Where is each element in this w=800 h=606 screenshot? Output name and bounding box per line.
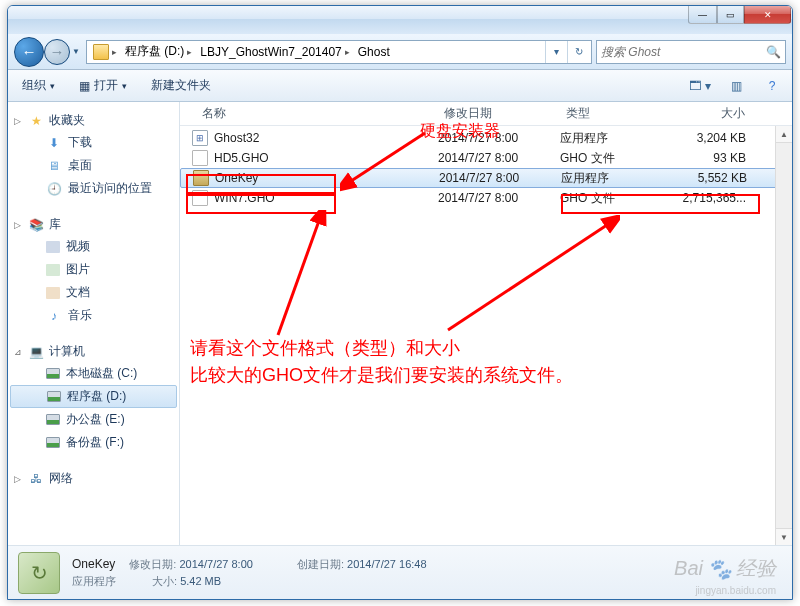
scroll-up-button[interactable]: ▲ — [776, 126, 792, 143]
search-box[interactable]: 🔍 — [596, 40, 786, 64]
nav-buttons: ← → ▼ — [14, 37, 82, 67]
scroll-down-button[interactable]: ▼ — [776, 528, 792, 545]
sidebar-computer[interactable]: ⊿💻计算机 — [8, 341, 179, 362]
titlebar: — ▭ ✕ — [8, 6, 792, 34]
music-icon: ♪ — [46, 308, 62, 324]
annotation-text-1: 请看这个文件格式（类型）和大小 — [190, 335, 460, 362]
sidebar: ▷★收藏夹 ⬇下载 🖥桌面 🕘最近访问的位置 ▷📚库 视频 图片 文档 ♪音乐 … — [8, 102, 180, 545]
column-type[interactable]: 类型 — [560, 105, 660, 122]
details-file-icon: ↻ — [18, 552, 60, 594]
video-icon — [46, 241, 60, 253]
sidebar-documents[interactable]: 文档 — [8, 281, 179, 304]
breadcrumb-dropdown[interactable]: ▾ — [545, 41, 567, 63]
sidebar-network[interactable]: ▷🖧网络 — [8, 468, 179, 489]
drive-icon — [93, 44, 109, 60]
toolbar: 组织 ▦ 打开 新建文件夹 🗔 ▾ ▥ ? — [8, 70, 792, 102]
document-icon — [46, 287, 60, 299]
open-menu[interactable]: ▦ 打开 — [73, 74, 133, 97]
library-icon: 📚 — [28, 217, 44, 233]
network-icon: 🖧 — [28, 471, 44, 487]
sidebar-recent[interactable]: 🕘最近访问的位置 — [8, 177, 179, 200]
details-name: OneKey — [72, 557, 115, 572]
minimize-button[interactable]: — — [688, 5, 717, 24]
forward-button[interactable]: → — [44, 39, 70, 65]
sidebar-disk-d[interactable]: 程序盘 (D:) — [10, 385, 177, 408]
file-row[interactable]: HD5.GHO 2014/7/27 8:00 GHO 文件 93 KB — [180, 148, 792, 168]
exe-icon — [192, 130, 208, 146]
nav-history-dropdown[interactable]: ▼ — [70, 47, 82, 56]
sidebar-videos[interactable]: 视频 — [8, 235, 179, 258]
computer-icon: 💻 — [28, 344, 44, 360]
explorer-window: — ▭ ✕ ← → ▼ ▸ 程序盘 (D:) ▸ LBJY_GhostWin7_… — [7, 5, 793, 600]
breadcrumb[interactable]: ▸ 程序盘 (D:) ▸ LBJY_GhostWin7_201407 ▸ Gho… — [86, 40, 592, 64]
gho-icon — [192, 190, 208, 206]
picture-icon — [46, 264, 60, 276]
watermark: Bai🐾经验 jingyan.baidu.com — [674, 555, 776, 582]
addressbar: ← → ▼ ▸ 程序盘 (D:) ▸ LBJY_GhostWin7_201407… — [8, 34, 792, 70]
recent-icon: 🕘 — [46, 181, 62, 197]
body: ▷★收藏夹 ⬇下载 🖥桌面 🕘最近访问的位置 ▷📚库 视频 图片 文档 ♪音乐 … — [8, 102, 792, 545]
file-list: 名称 修改日期 类型 大小 Ghost32 2014/7/27 8:00 应用程… — [180, 102, 792, 545]
disk-icon — [46, 414, 60, 425]
disk-icon — [46, 368, 60, 379]
breadcrumb-seg2[interactable]: LBJY_GhostWin7_201407 ▸ — [196, 43, 353, 61]
maximize-button[interactable]: ▭ — [717, 5, 744, 24]
scrollbar-vertical[interactable]: ▲ ▼ — [775, 126, 792, 545]
annotation-text-2: 比较大的GHO文件才是我们要安装的系统文件。 — [190, 362, 573, 389]
details-type: 应用程序 — [72, 574, 116, 589]
file-row[interactable]: WIN7.GHO 2014/7/27 8:00 GHO 文件 2,715,365… — [180, 188, 792, 208]
sidebar-desktop[interactable]: 🖥桌面 — [8, 154, 179, 177]
onekey-icon — [193, 170, 209, 186]
sidebar-favorites[interactable]: ▷★收藏夹 — [8, 110, 179, 131]
sidebar-disk-e[interactable]: 办公盘 (E:) — [8, 408, 179, 431]
search-input[interactable] — [601, 45, 766, 59]
disk-icon — [47, 391, 61, 402]
sidebar-music[interactable]: ♪音乐 — [8, 304, 179, 327]
close-button[interactable]: ✕ — [744, 5, 791, 24]
star-icon: ★ — [28, 113, 44, 129]
column-size[interactable]: 大小 — [660, 105, 760, 122]
download-icon: ⬇ — [46, 135, 62, 151]
open-icon: ▦ — [79, 79, 90, 93]
breadcrumb-seg1[interactable]: 程序盘 (D:) ▸ — [121, 41, 196, 62]
column-name[interactable]: 名称 — [180, 105, 438, 122]
back-button[interactable]: ← — [14, 37, 44, 67]
breadcrumb-seg3[interactable]: Ghost — [354, 43, 394, 61]
gho-icon — [192, 150, 208, 166]
refresh-button[interactable]: ↻ — [567, 41, 589, 63]
new-folder-button[interactable]: 新建文件夹 — [145, 74, 217, 97]
window-controls: — ▭ ✕ — [688, 5, 791, 24]
organize-menu[interactable]: 组织 — [16, 74, 61, 97]
sidebar-pictures[interactable]: 图片 — [8, 258, 179, 281]
help-button[interactable]: ? — [760, 74, 784, 98]
view-options-button[interactable]: 🗔 ▾ — [688, 74, 712, 98]
file-row[interactable]: OneKey 2014/7/27 8:00 应用程序 5,552 KB — [180, 168, 792, 188]
sidebar-disk-c[interactable]: 本地磁盘 (C:) — [8, 362, 179, 385]
search-icon: 🔍 — [766, 45, 781, 59]
sidebar-downloads[interactable]: ⬇下载 — [8, 131, 179, 154]
desktop-icon: 🖥 — [46, 158, 62, 174]
annotation-label: 硬盘安装器 — [420, 119, 500, 143]
disk-icon — [46, 437, 60, 448]
sidebar-libraries[interactable]: ▷📚库 — [8, 214, 179, 235]
sidebar-disk-f[interactable]: 备份盘 (F:) — [8, 431, 179, 454]
preview-pane-button[interactable]: ▥ — [724, 74, 748, 98]
